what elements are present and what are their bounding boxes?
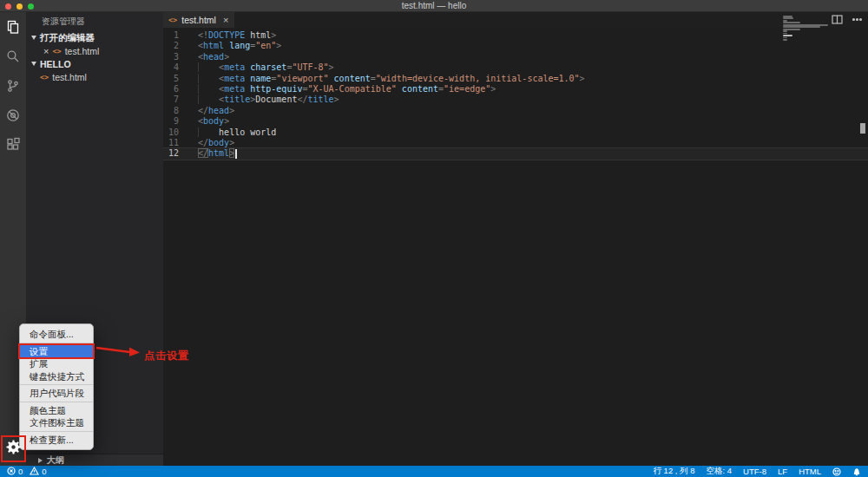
feedback-smiley-icon[interactable] xyxy=(832,467,841,476)
menu-item-设置[interactable]: 设置 xyxy=(20,345,93,358)
window-title: test.html — hello xyxy=(0,1,868,10)
folder-name-label: HELLO xyxy=(40,59,71,69)
line-number: 1 xyxy=(163,30,187,41)
minimap-line xyxy=(783,17,793,19)
code-line-9[interactable]: 9<body> xyxy=(163,116,868,127)
chevron-down-icon xyxy=(31,36,36,40)
error-icon xyxy=(7,467,16,477)
code-text: <meta name="viewport" content="width=dev… xyxy=(187,74,585,84)
tab-bar: <> test.html × xyxy=(163,12,868,28)
minimize-window-button[interactable] xyxy=(16,3,23,10)
code-line-10[interactable]: 10 hello world xyxy=(163,127,868,138)
code-line-11[interactable]: 11</body> xyxy=(163,138,868,148)
code-text: <meta charset="UTF-8"> xyxy=(187,62,334,73)
settings-gear-annotation-box xyxy=(3,437,24,461)
code-editor[interactable]: 1<!DOCTYPE html>2<html lang="en">3<head>… xyxy=(163,28,868,466)
minimap-line xyxy=(783,26,820,28)
code-line-6[interactable]: 6 <meta http-equiv="X-UA-Compatible" con… xyxy=(163,84,868,95)
language-mode-status[interactable]: HTML xyxy=(799,467,821,476)
menu-item-键盘快捷方式[interactable]: 键盘快捷方式 xyxy=(20,370,93,383)
line-number: 5 xyxy=(163,74,187,84)
annotation-text: 点击设置 xyxy=(144,349,189,363)
tab-test-html[interactable]: <> test.html × xyxy=(163,12,234,28)
menu-item-颜色主题[interactable]: 颜色主题 xyxy=(20,404,93,417)
split-editor-icon[interactable] xyxy=(832,12,843,28)
close-editor-icon[interactable]: × xyxy=(43,46,49,56)
errors-status[interactable]: 0 xyxy=(7,467,23,477)
menu-separator xyxy=(20,343,93,343)
code-text: </body> xyxy=(187,138,234,148)
explorer-icon[interactable] xyxy=(0,12,26,42)
line-number: 7 xyxy=(163,95,187,105)
close-window-button[interactable] xyxy=(5,3,11,10)
tab-label: test.html xyxy=(181,15,216,25)
encoding-status[interactable]: UTF-8 xyxy=(743,467,766,476)
search-icon[interactable] xyxy=(0,42,26,71)
settings-gear-icon[interactable] xyxy=(6,440,21,458)
more-actions-icon[interactable] xyxy=(852,12,863,28)
code-line-2[interactable]: 2<html lang="en"> xyxy=(163,41,868,51)
code-line-3[interactable]: 3<head> xyxy=(163,52,868,62)
line-number: 8 xyxy=(163,106,187,116)
code-text: hello world xyxy=(187,127,276,138)
settings-context-menu: 命令面板...设置扩展键盘快捷方式用户代码片段颜色主题文件图标主题检查更新... xyxy=(19,323,94,450)
code-line-5[interactable]: 5 <meta name="viewport" content="width=d… xyxy=(163,74,868,84)
folder-section-header[interactable]: HELLO xyxy=(26,57,163,70)
code-line-7[interactable]: 7 <title>Document</title> xyxy=(163,95,868,105)
vscode-window: test.html — hello xyxy=(0,0,868,477)
html-file-icon: <> xyxy=(40,73,49,82)
text-cursor xyxy=(235,149,237,159)
menu-item-检查更新[interactable]: 检查更新... xyxy=(20,434,93,447)
line-number: 3 xyxy=(163,52,187,62)
tab-close-icon[interactable]: × xyxy=(223,15,228,25)
extensions-icon[interactable] xyxy=(0,130,26,160)
html-file-icon: <> xyxy=(168,16,177,24)
annotation-arrow xyxy=(94,343,144,359)
status-bar-left: 0 0 xyxy=(0,467,47,477)
file-item-test-html[interactable]: <> test.html xyxy=(26,70,163,83)
line-number: 12 xyxy=(163,148,187,159)
warnings-status[interactable]: 0 xyxy=(30,467,46,477)
titlebar: test.html — hello xyxy=(0,0,868,12)
minimap-line xyxy=(783,24,828,26)
status-bar: 0 0 行 12 , 列 8 空格: 4 UTF-8 LF HTML xyxy=(0,466,868,477)
line-number: 10 xyxy=(163,127,187,138)
code-text: <meta http-equiv="X-UA-Compatible" conte… xyxy=(187,84,496,95)
code-text: </head> xyxy=(187,106,234,116)
editor-group: <> test.html × 1<!DOCTYPE html>2<html la… xyxy=(163,12,868,466)
cursor-position-status[interactable]: 行 12 , 列 8 xyxy=(653,466,694,477)
menu-item-命令面板[interactable]: 命令面板... xyxy=(20,328,93,341)
eol-status[interactable]: LF xyxy=(778,467,787,476)
chevron-right-icon xyxy=(38,458,43,463)
notifications-bell-icon[interactable] xyxy=(852,467,861,476)
zoom-window-button[interactable] xyxy=(28,3,34,10)
open-editors-section-header[interactable]: 打开的编辑器 xyxy=(26,31,163,44)
open-editor-item-test-html[interactable]: × <> test.html xyxy=(26,44,163,57)
code-text: <!DOCTYPE html> xyxy=(187,30,276,41)
menu-item-文件图标主题[interactable]: 文件图标主题 xyxy=(20,416,93,429)
line-number: 6 xyxy=(163,84,187,95)
code-line-4[interactable]: 4 <meta charset="UTF-8"> xyxy=(163,62,868,73)
minimap-line xyxy=(783,20,787,22)
code-line-12[interactable]: 12</html> xyxy=(163,148,868,159)
overview-ruler-cursor-marker xyxy=(860,123,865,134)
minimap-line xyxy=(783,39,787,41)
menu-item-用户代码片段[interactable]: 用户代码片段 xyxy=(20,387,93,400)
source-control-icon[interactable] xyxy=(0,71,26,101)
code-line-8[interactable]: 8</head> xyxy=(163,106,868,116)
line-number: 9 xyxy=(163,116,187,127)
menu-separator xyxy=(20,402,93,402)
code-text: <body> xyxy=(187,116,229,127)
menu-item-扩展[interactable]: 扩展 xyxy=(20,357,93,370)
indentation-status[interactable]: 空格: 4 xyxy=(707,466,733,477)
debug-icon[interactable] xyxy=(0,101,26,130)
minimap[interactable] xyxy=(783,16,828,42)
file-item-filename: test.html xyxy=(52,72,87,82)
outline-section-header[interactable]: 大纲 xyxy=(26,454,163,466)
code-line-1[interactable]: 1<!DOCTYPE html> xyxy=(163,30,868,41)
code-text: <head> xyxy=(187,52,229,62)
menu-separator xyxy=(20,384,93,385)
minimap-line xyxy=(783,22,800,23)
status-bar-right: 行 12 , 列 8 空格: 4 UTF-8 LF HTML xyxy=(653,466,868,477)
minimap-line xyxy=(783,37,787,39)
